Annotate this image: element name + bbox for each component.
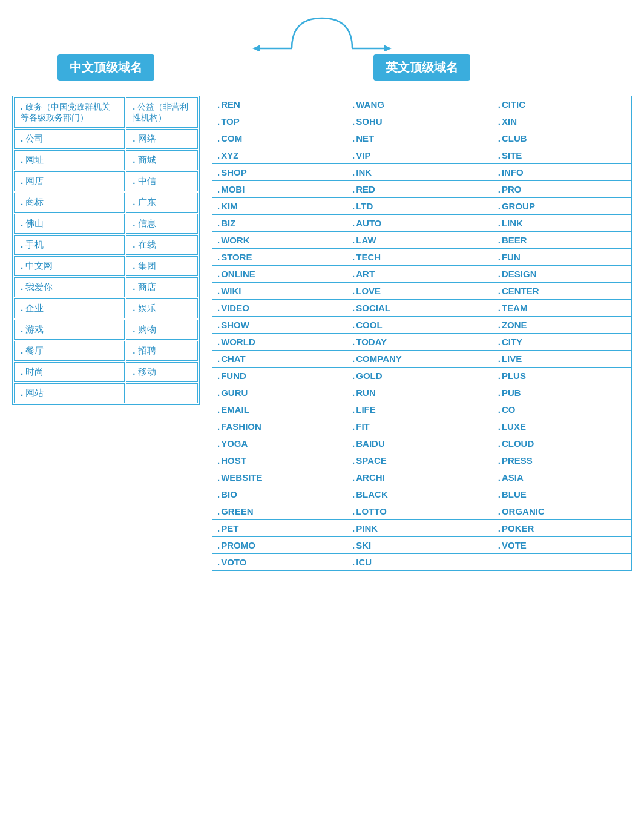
english-item: .EMAIL [212, 401, 347, 418]
right-panel: .REN.WANG.CITIC.TOP.SOHU.XIN.COM.NET.CLU… [212, 96, 632, 571]
english-item: .PROMO [212, 537, 347, 554]
english-item: .LINK [493, 215, 631, 232]
english-item: .SOHU [347, 113, 493, 130]
english-item: .XYZ [212, 147, 347, 164]
chinese-item: . 在线 [126, 235, 198, 255]
english-item: .WANG [347, 96, 493, 113]
english-item: .PINK [347, 520, 493, 537]
english-item: .KIM [212, 198, 347, 215]
chinese-item: . 网络 [126, 129, 198, 149]
english-item: .BLUE [493, 486, 631, 503]
english-item: .MOBI [212, 181, 347, 198]
english-item: .BIZ [212, 215, 347, 232]
chinese-item [126, 383, 198, 403]
english-item: .SOCIAL [347, 300, 493, 317]
english-item: .VOTE [493, 537, 631, 554]
english-item: .ZONE [493, 317, 631, 334]
english-item: .BEER [493, 232, 631, 249]
english-item: .FASHION [212, 418, 347, 435]
english-item: .VOTO [212, 554, 347, 571]
english-item: .SKI [347, 537, 493, 554]
english-item: .VIDEO [212, 300, 347, 317]
english-item: .WORK [212, 232, 347, 249]
chinese-item: . 中信 [126, 171, 198, 191]
english-item: .PET [212, 520, 347, 537]
english-item: .CO [493, 401, 631, 418]
main-content: . 政务（中国党政群机关等各级政务部门）. 公益（非营利性机构）. 公司. 网络… [12, 96, 632, 571]
chinese-item: . 餐厅 [14, 341, 125, 361]
chinese-item: . 我爱你 [14, 277, 125, 297]
english-item: .AUTO [347, 215, 493, 232]
english-item: .SITE [493, 147, 631, 164]
english-item: .ONLINE [212, 266, 347, 283]
chinese-item: . 企业 [14, 298, 125, 318]
english-item: .CITIC [493, 96, 631, 113]
chinese-item: . 公司 [14, 129, 125, 149]
english-item: .LOTTO [347, 503, 493, 520]
chinese-item: . 网址 [14, 150, 125, 170]
chinese-item: . 网站 [14, 383, 125, 403]
english-item: .COM [212, 130, 347, 147]
english-item: .INK [347, 164, 493, 181]
right-section-header: 英文顶级域名 [373, 54, 470, 81]
english-item: .SPACE [347, 452, 493, 469]
english-item: .XIN [493, 113, 631, 130]
chinese-item: . 中文网 [14, 256, 125, 276]
chinese-item: . 政务（中国党政群机关等各级政务部门） [14, 97, 125, 128]
left-section-header: 中文顶级域名 [58, 54, 154, 81]
chinese-item: . 信息 [126, 214, 198, 234]
english-item: .WEBSITE [212, 469, 347, 486]
english-item: .LTD [347, 198, 493, 215]
english-item: .VIP [347, 147, 493, 164]
svg-marker-1 [252, 45, 260, 51]
english-item: .CLUB [493, 130, 631, 147]
english-item: .SHOP [212, 164, 347, 181]
chinese-item: . 佛山 [14, 214, 125, 234]
english-item: .STORE [212, 249, 347, 266]
english-item: .GREEN [212, 503, 347, 520]
chinese-item: . 娱乐 [126, 298, 198, 318]
english-item: .YOGA [212, 435, 347, 452]
english-item: .DESIGN [493, 266, 631, 283]
chinese-item: . 商城 [126, 150, 198, 170]
top-arc [12, 12, 632, 51]
english-item: .GOLD [347, 368, 493, 384]
english-item: .WORLD [212, 334, 347, 351]
english-item: .REN [212, 96, 347, 113]
english-item: .CLOUD [493, 435, 631, 452]
english-item: .BAIDU [347, 435, 493, 452]
english-item: .WIKI [212, 283, 347, 300]
left-panel: . 政务（中国党政群机关等各级政务部门）. 公益（非营利性机构）. 公司. 网络… [12, 96, 200, 571]
english-item: .FIT [347, 418, 493, 435]
english-item: .LAW [347, 232, 493, 249]
chinese-item: . 时尚 [14, 362, 125, 382]
english-item: .GROUP [493, 198, 631, 215]
chinese-item: . 广东 [126, 193, 198, 213]
english-item: .COOL [347, 317, 493, 334]
english-item: .LIFE [347, 401, 493, 418]
header-row: 中文顶级域名 英文顶级域名 [12, 54, 632, 90]
english-item: .LOVE [347, 283, 493, 300]
english-item: .PUB [493, 384, 631, 401]
english-item: .LIVE [493, 351, 631, 368]
chinese-item: . 公益（非营利性机构） [126, 97, 198, 128]
english-item: .CITY [493, 334, 631, 351]
english-item: .ASIA [493, 469, 631, 486]
english-item: .COMPANY [347, 351, 493, 368]
english-item: .TECH [347, 249, 493, 266]
english-item: .RED [347, 181, 493, 198]
svg-marker-3 [384, 45, 392, 51]
english-item: .FUN [493, 249, 631, 266]
english-item: .PRESS [493, 452, 631, 469]
chinese-item: . 商标 [14, 193, 125, 213]
english-item: .PRO [493, 181, 631, 198]
chinese-item: . 游戏 [14, 320, 125, 340]
english-item: .NET [347, 130, 493, 147]
chinese-item: . 集团 [126, 256, 198, 276]
english-item: .HOST [212, 452, 347, 469]
chinese-item: . 购物 [126, 320, 198, 340]
english-item: .TOP [212, 113, 347, 130]
chinese-item: . 网店 [14, 171, 125, 191]
english-item: .POKER [493, 520, 631, 537]
chinese-item: . 商店 [126, 277, 198, 297]
